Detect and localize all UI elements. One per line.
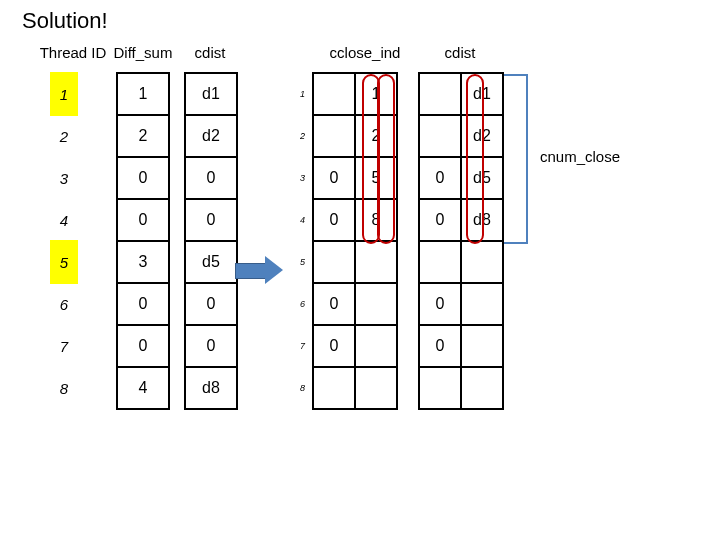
cell: d1 xyxy=(184,72,238,116)
thread-id: 5 xyxy=(50,240,78,284)
header-thread-id: Thread ID xyxy=(33,44,113,61)
cell: 0 xyxy=(418,324,462,368)
bracket-icon xyxy=(512,74,528,244)
cell: 0 xyxy=(184,282,238,326)
cell: 0 xyxy=(116,198,170,242)
cell xyxy=(312,114,356,158)
cell: d5 xyxy=(184,240,238,284)
cell: d2 xyxy=(184,114,238,158)
header-cclose-ind: cclose_ind xyxy=(320,44,410,61)
cell xyxy=(354,366,398,410)
cell xyxy=(418,114,462,158)
thread-id: 2 xyxy=(50,114,78,158)
cnum-close-label: cnum_close xyxy=(540,148,620,165)
header-cdist-1: cdist xyxy=(180,44,240,61)
thread-id: 6 xyxy=(50,282,78,326)
cell xyxy=(460,324,504,368)
cell: 0 xyxy=(312,198,356,242)
thread-id: 3 xyxy=(50,156,78,200)
cell: 0 xyxy=(312,282,356,326)
arrow-icon xyxy=(235,256,285,284)
cell: 0 xyxy=(116,156,170,200)
row-numbers: 1 2 3 4 5 6 7 8 xyxy=(290,72,308,410)
cclose-a-col: 0 0 0 0 xyxy=(312,72,356,410)
row-num: 3 xyxy=(290,156,308,200)
row-num: 1 xyxy=(290,72,308,116)
capsule-cclose-2 xyxy=(377,74,395,244)
thread-id: 8 xyxy=(50,366,78,410)
cell xyxy=(312,72,356,116)
thread-id: 7 xyxy=(50,324,78,368)
cell: d8 xyxy=(184,366,238,410)
cell xyxy=(418,72,462,116)
cell: 0 xyxy=(312,156,356,200)
row-num: 5 xyxy=(290,240,308,284)
cell: 0 xyxy=(418,198,462,242)
cell xyxy=(354,324,398,368)
cell xyxy=(418,366,462,410)
cell: 0 xyxy=(184,324,238,368)
row-num: 2 xyxy=(290,114,308,158)
thread-id: 4 xyxy=(50,198,78,242)
cdist-b-a-col: 0 0 0 0 xyxy=(418,72,462,410)
thread-id-col: 1 2 3 4 5 6 7 8 xyxy=(50,72,78,410)
thread-id: 1 xyxy=(50,72,78,116)
header-cdist-2: cdist xyxy=(430,44,490,61)
cdist-a-col: d1 d2 0 0 d5 0 0 d8 xyxy=(184,72,238,410)
cell: 2 xyxy=(116,114,170,158)
cell: 0 xyxy=(116,282,170,326)
row-num: 6 xyxy=(290,282,308,326)
cell: 0 xyxy=(184,198,238,242)
cell: 1 xyxy=(116,72,170,116)
cell xyxy=(312,366,356,410)
row-num: 4 xyxy=(290,198,308,242)
cell xyxy=(312,240,356,284)
cell xyxy=(354,282,398,326)
cell: 0 xyxy=(184,156,238,200)
row-num: 8 xyxy=(290,366,308,410)
cell: 0 xyxy=(312,324,356,368)
header-diff-sum: Diff_sum xyxy=(108,44,178,61)
cell xyxy=(460,240,504,284)
row-num: 7 xyxy=(290,324,308,368)
cell: 3 xyxy=(116,240,170,284)
cell xyxy=(418,240,462,284)
cell: 4 xyxy=(116,366,170,410)
page-title: Solution! xyxy=(22,8,108,34)
cell: 0 xyxy=(418,156,462,200)
diff-sum-col: 1 2 0 0 3 0 0 4 xyxy=(116,72,170,410)
capsule-cdist xyxy=(466,74,484,244)
cell xyxy=(354,240,398,284)
cell xyxy=(460,366,504,410)
cell: 0 xyxy=(116,324,170,368)
cell: 0 xyxy=(418,282,462,326)
cell xyxy=(460,282,504,326)
